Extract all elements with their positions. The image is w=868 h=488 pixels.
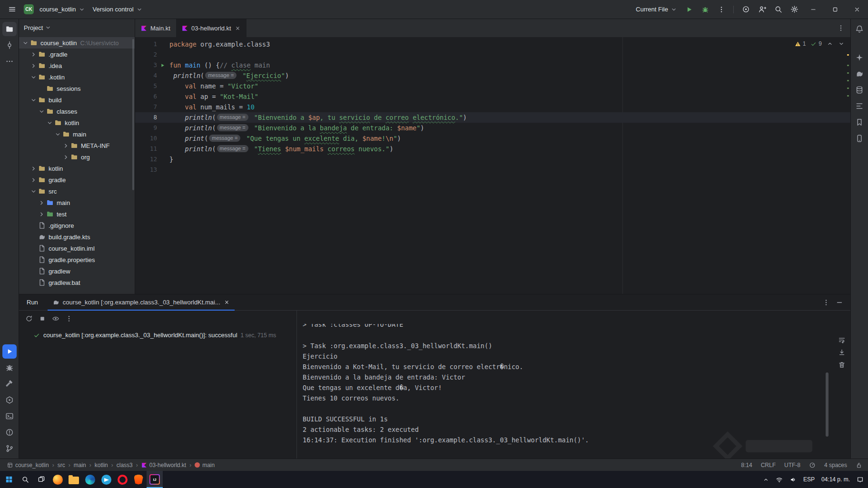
code-line-3[interactable]: 3fun main () {// clase main (135, 60, 850, 70)
taskbar-search-button[interactable] (17, 471, 33, 488)
project-scrollbar[interactable] (132, 39, 134, 190)
line-number: 1 (135, 39, 157, 49)
file-explorer-app[interactable] (66, 471, 82, 488)
chevron-spacer (30, 222, 37, 229)
line-number: 7 (135, 102, 157, 112)
intellij-app[interactable]: IJ (147, 471, 163, 488)
chevron-spacer (30, 268, 37, 275)
next-problem-icon[interactable] (838, 40, 845, 47)
code-editor[interactable]: 1package org.example.class323fun main ()… (135, 37, 850, 294)
tree-item-org[interactable]: org (19, 151, 135, 163)
code-line-1[interactable]: 1package org.example.class3 (135, 39, 850, 49)
chevron-down-icon[interactable] (30, 74, 37, 81)
code-line-11[interactable]: 11 println(message = "Tienes $num_mails … (135, 144, 850, 154)
code-line-8[interactable]: 8 println(message = "Bienvenido a $ap, t… (135, 112, 850, 123)
tree-item-gradle-properties[interactable]: gradle.properties (19, 254, 135, 265)
tree-item-sessions[interactable]: sessions (19, 83, 135, 94)
code-line-2[interactable]: 2 (135, 49, 850, 60)
tree-item-gradle[interactable]: gradle (19, 174, 135, 185)
tree-item-src[interactable]: src (19, 185, 135, 197)
chevron-right-icon[interactable] (62, 142, 69, 149)
tree-item-label: main (73, 131, 86, 138)
code-line-12[interactable]: 12} (135, 154, 850, 165)
close-tab-icon[interactable] (224, 299, 230, 305)
chevron-down-icon[interactable] (30, 188, 37, 195)
tree-item-kotlin[interactable]: kotlin (19, 117, 135, 128)
run-gutter-icon[interactable] (157, 60, 169, 70)
error-stripe-typo-mark[interactable] (847, 80, 849, 81)
code-line-7[interactable]: 7 val num_mails = 10 (135, 102, 850, 112)
chevron-down-icon[interactable] (46, 119, 53, 127)
tree-item-test[interactable]: test (19, 208, 135, 220)
telegram-app[interactable] (98, 471, 114, 488)
chevron-down-icon[interactable] (30, 97, 37, 104)
tree-item--kotlin[interactable]: .kotlin (19, 71, 135, 83)
code-line-5[interactable]: 5 val name = "Victor" (135, 81, 850, 91)
clear-console-icon[interactable] (838, 361, 846, 369)
code-line-13[interactable]: 13 (135, 165, 850, 175)
tree-item-gradlew[interactable]: gradlew (19, 265, 135, 277)
tree-item-build-gradle-kts[interactable]: build.gradle.kts (19, 231, 135, 243)
error-stripe-warning-mark[interactable] (847, 54, 849, 56)
folder-icon (54, 119, 62, 127)
error-stripe-typo-mark[interactable] (847, 65, 849, 66)
tree-item-meta-inf[interactable]: META-INF (19, 140, 135, 151)
edge-app[interactable] (82, 471, 98, 488)
project-tree: course_kotlinC:\Users\victo.gradle.idea.… (19, 36, 135, 288)
task-view-button[interactable] (33, 471, 49, 488)
tree-item-course-kotlin[interactable]: course_kotlinC:\Users\victo (19, 37, 135, 49)
code-line-10[interactable]: 10 print(message = "Que tengas un excele… (135, 133, 850, 144)
error-stripe-typo-mark[interactable] (847, 95, 849, 97)
chevron-down-icon[interactable] (38, 108, 45, 115)
opera-app[interactable] (114, 471, 130, 488)
folder-test-icon (46, 210, 54, 218)
code-line-4[interactable]: 4 println(message = "Ejercicio") (135, 70, 850, 81)
brave-app[interactable] (130, 471, 147, 488)
tree-item-classes[interactable]: classes (19, 106, 135, 117)
project-panel-header[interactable]: Project (19, 19, 135, 36)
code-line-9[interactable]: 9 println(message = "Bienvenido a la ban… (135, 123, 850, 133)
passed-count[interactable]: 9 (810, 40, 822, 47)
chevron-right-icon[interactable] (38, 211, 45, 218)
tree-item-course-kotlin-iml[interactable]: course_kotlin.iml (19, 243, 135, 254)
soft-wrap-icon[interactable] (838, 336, 846, 344)
code-line-6[interactable]: 6 val ap = "Kot-Mail" (135, 91, 850, 102)
folder-icon (69, 477, 79, 484)
code-lines: 1package org.example.class323fun main ()… (135, 39, 850, 175)
chevron-down-icon (45, 24, 51, 31)
tree-item-label: gradle (49, 176, 66, 184)
chevron-spacer (30, 279, 37, 286)
chevron-right-icon[interactable] (30, 51, 37, 58)
chevron-down-icon[interactable] (54, 131, 61, 138)
chevron-right-icon[interactable] (38, 199, 45, 206)
console-scrollbar[interactable] (826, 372, 829, 437)
folder-icon (70, 142, 78, 149)
tree-item-build[interactable]: build (19, 94, 135, 106)
tree-item-main[interactable]: main (19, 128, 135, 140)
error-stripe-typo-mark[interactable] (847, 72, 849, 74)
tree-item--idea[interactable]: .idea (19, 60, 135, 71)
chevron-right-icon[interactable] (62, 154, 69, 161)
tree-item--gitignore[interactable]: .gitignore (19, 220, 135, 231)
console-line (303, 330, 850, 341)
scroll-to-end-icon[interactable] (838, 349, 846, 356)
folder-icon (30, 39, 38, 47)
start-button[interactable] (1, 471, 17, 488)
inspections-widget[interactable]: 1 9 (795, 40, 845, 47)
warnings-count[interactable]: 1 (795, 40, 806, 47)
chevron-right-icon[interactable] (30, 165, 37, 172)
error-stripe-typo-mark[interactable] (847, 88, 849, 89)
previous-problem-icon[interactable] (827, 40, 833, 47)
tree-item--gradle[interactable]: .gradle (19, 49, 135, 60)
run-console[interactable]: > Task :classes UP-TO-DATE> Task :org.ex… (297, 311, 850, 459)
chevron-right-icon[interactable] (30, 176, 37, 184)
tree-item-kotlin[interactable]: kotlin (19, 163, 135, 174)
chevron-right-icon[interactable] (30, 62, 37, 69)
chevron-down-icon[interactable] (22, 39, 29, 47)
firefox-app[interactable] (49, 471, 66, 488)
tree-item-gradlew-bat[interactable]: gradlew.bat (19, 277, 135, 288)
run-tab[interactable]: course_kotlin [:org.example.class3._03_h… (48, 294, 235, 310)
folder-icon (38, 73, 46, 81)
tree-item-main[interactable]: main (19, 197, 135, 208)
folder-icon (46, 107, 54, 115)
